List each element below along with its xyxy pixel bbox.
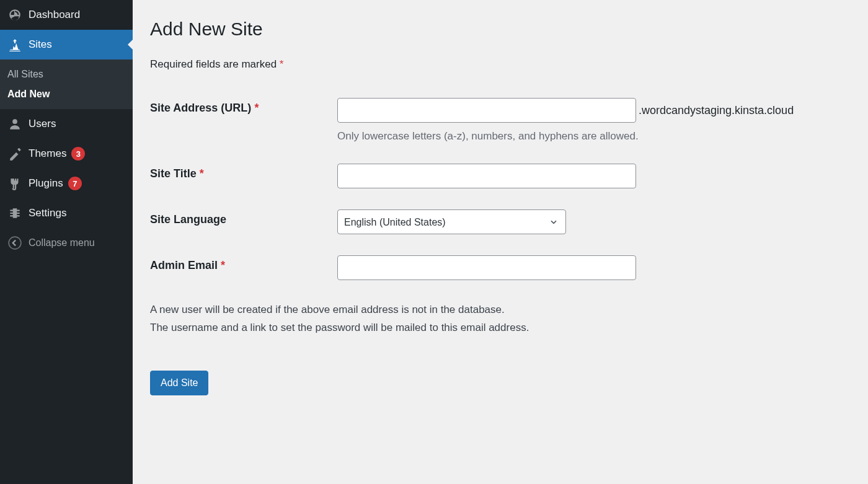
label-admin-email: Admin Email * (150, 255, 337, 272)
label-site-language: Site Language (150, 209, 337, 226)
label-site-title: Site Title * (150, 164, 337, 180)
required-fields-note: Required fields are marked * (150, 58, 851, 71)
themes-icon (7, 146, 22, 161)
sidebar-item-users[interactable]: Users (0, 109, 133, 139)
admin-sidebar: Dashboard Sites All Sites Add New Users … (0, 0, 133, 484)
input-site-title[interactable] (337, 164, 636, 188)
sidebar-label-users: Users (29, 118, 56, 130)
sidebar-item-sites[interactable]: Sites (0, 30, 133, 59)
sites-icon (7, 37, 22, 52)
sidebar-label-settings: Settings (29, 207, 66, 219)
sidebar-item-settings[interactable]: Settings (0, 198, 133, 228)
dashboard-icon (7, 7, 22, 22)
row-admin-email: Admin Email * (150, 255, 851, 280)
sidebar-label-themes: Themes (29, 147, 66, 160)
svg-point-0 (9, 237, 21, 249)
main-content: Add New Site Required fields are marked … (133, 0, 868, 484)
collapse-icon (7, 235, 22, 250)
plugins-icon (7, 176, 22, 191)
row-site-title: Site Title * (150, 164, 851, 188)
input-admin-email[interactable] (337, 255, 636, 280)
sidebar-submenu-sites: All Sites Add New (0, 59, 133, 109)
sidebar-collapse-menu[interactable]: Collapse menu (0, 228, 133, 258)
row-site-language: Site Language English (United States) (150, 209, 851, 234)
row-site-address: Site Address (URL) * .wordcandystaging.k… (150, 98, 851, 143)
label-site-address: Site Address (URL) * (150, 98, 337, 115)
add-site-form: Site Address (URL) * .wordcandystaging.k… (150, 98, 851, 280)
input-site-address[interactable] (337, 98, 636, 123)
select-site-language[interactable]: English (United States) (337, 209, 566, 234)
domain-suffix: .wordcandystaging.kinsta.cloud (639, 104, 794, 117)
required-asterisk: * (280, 58, 284, 70)
sidebar-label-sites: Sites (29, 38, 52, 51)
sidebar-item-plugins[interactable]: Plugins 7 (0, 169, 133, 198)
add-site-button[interactable]: Add Site (150, 371, 208, 395)
users-icon (7, 117, 22, 131)
settings-icon (7, 206, 22, 221)
sidebar-item-dashboard[interactable]: Dashboard (0, 0, 133, 30)
themes-update-badge: 3 (71, 147, 85, 161)
sidebar-label-plugins: Plugins (29, 177, 63, 190)
page-title: Add New Site (150, 19, 851, 40)
plugins-update-badge: 7 (68, 177, 82, 190)
sidebar-label-collapse: Collapse menu (29, 237, 95, 249)
sidebar-label-dashboard: Dashboard (29, 9, 80, 21)
submenu-add-new[interactable]: Add New (0, 84, 133, 104)
admin-email-info: A new user will be created if the above … (150, 301, 851, 337)
submenu-all-sites[interactable]: All Sites (0, 64, 133, 84)
sidebar-item-themes[interactable]: Themes 3 (0, 139, 133, 169)
site-address-description: Only lowercase letters (a-z), numbers, a… (337, 130, 846, 143)
